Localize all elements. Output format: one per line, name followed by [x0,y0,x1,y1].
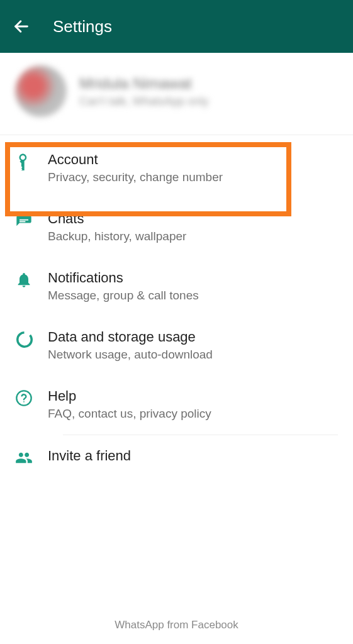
item-subtitle: FAQ, contact us, privacy policy [48,407,211,421]
footer-text: WhatsApp from Facebook [0,619,353,631]
item-text: Help FAQ, contact us, privacy policy [48,388,211,421]
profile-row[interactable]: Mridula Nimawat Can't talk, WhatsApp onl… [0,53,353,135]
data-usage-icon [15,329,48,349]
item-subtitle: Privacy, security, change number [48,170,223,184]
item-title: Account [48,152,223,168]
item-text: Notifications Message, group & call tone… [48,270,199,303]
app-header: Settings [0,0,353,53]
settings-list: Account Privacy, security, change number… [0,135,353,480]
chat-icon [15,211,48,230]
people-icon [15,448,48,467]
help-icon [15,388,48,407]
settings-item-help[interactable]: Help FAQ, contact us, privacy policy [0,375,353,435]
bell-icon [15,270,48,289]
page-title: Settings [53,17,112,36]
item-title: Chats [48,211,186,227]
item-title: Data and storage usage [48,329,213,345]
settings-item-invite[interactable]: Invite a friend [0,435,353,480]
key-icon [15,152,48,170]
settings-item-data[interactable]: Data and storage usage Network usage, au… [0,316,353,375]
avatar [15,65,67,117]
settings-item-notifications[interactable]: Notifications Message, group & call tone… [0,257,353,316]
profile-status: Can't talk, WhatsApp only [79,95,209,108]
item-title: Invite a friend [48,448,131,464]
item-subtitle: Backup, history, wallpaper [48,230,186,243]
profile-name: Mridula Nimawat [79,75,209,92]
item-title: Notifications [48,270,199,286]
svg-point-1 [15,330,34,349]
item-subtitle: Message, group & call tones [48,289,199,303]
item-text: Chats Backup, history, wallpaper [48,211,186,243]
svg-point-3 [23,401,25,402]
settings-item-account[interactable]: Account Privacy, security, change number [0,139,353,198]
item-title: Help [48,388,211,404]
item-subtitle: Network usage, auto-download [48,348,213,362]
svg-point-2 [16,391,31,405]
arrow-left-icon [13,18,30,35]
back-button[interactable] [13,18,30,35]
item-text: Data and storage usage Network usage, au… [48,329,213,362]
item-text: Account Privacy, security, change number [48,152,223,184]
profile-text: Mridula Nimawat Can't talk, WhatsApp onl… [79,75,209,108]
item-text: Invite a friend [48,448,131,467]
settings-item-chats[interactable]: Chats Backup, history, wallpaper [0,198,353,257]
